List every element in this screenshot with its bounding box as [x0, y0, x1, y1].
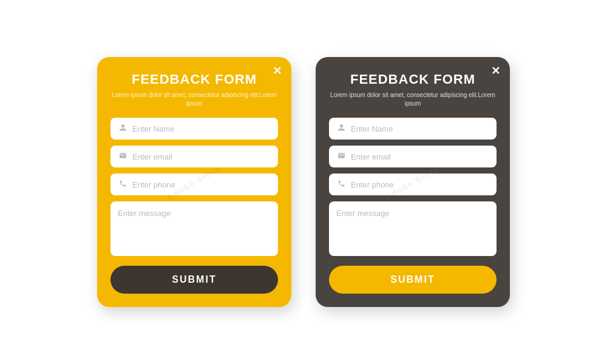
yellow-feedback-form: ✕ FEEDBACK FORM Lorem ipsum dolor sit am…: [97, 57, 291, 307]
email-icon-yellow: [118, 152, 127, 161]
email-placeholder-dark: Enter email: [351, 152, 489, 161]
form-subtitle-dark: Lorem ipsum dolor sit amet, consectetur …: [329, 91, 497, 108]
phone-placeholder-yellow: Enter phone: [132, 180, 271, 189]
dark-feedback-form: ✕ FEEDBACK FORM Lorem ipsum dolor sit am…: [316, 57, 510, 307]
close-button-dark[interactable]: ✕: [491, 66, 500, 76]
message-field-dark[interactable]: Enter message: [329, 201, 497, 256]
submit-button-yellow[interactable]: SUBMIT: [110, 266, 278, 294]
user-icon-dark: [336, 124, 346, 133]
form-title-dark: FEEDBACK FORM: [329, 72, 497, 87]
email-placeholder-yellow: Enter email: [132, 152, 271, 161]
phone-field-yellow[interactable]: Enter phone: [110, 174, 278, 195]
name-field-dark[interactable]: Enter Name: [329, 118, 497, 140]
name-field-yellow[interactable]: Enter Name: [110, 118, 278, 140]
message-placeholder-dark: Enter message: [336, 209, 389, 218]
form-title-yellow: FEEDBACK FORM: [110, 72, 278, 87]
email-icon-dark: [336, 152, 346, 161]
email-field-dark[interactable]: Enter email: [329, 146, 497, 167]
phone-icon-dark: [336, 180, 346, 189]
name-placeholder-dark: Enter Name: [351, 124, 489, 133]
form-subtitle-yellow: Lorem ipsum dolor sit amet, consectetur …: [110, 91, 278, 108]
name-placeholder-yellow: Enter Name: [132, 124, 271, 133]
message-placeholder-yellow: Enter message: [118, 209, 171, 218]
phone-icon-yellow: [118, 180, 127, 189]
email-field-yellow[interactable]: Enter email: [110, 146, 278, 167]
message-field-yellow[interactable]: Enter message: [110, 201, 278, 256]
phone-placeholder-dark: Enter phone: [351, 180, 489, 189]
close-button-yellow[interactable]: ✕: [273, 66, 282, 76]
submit-button-dark[interactable]: SUBMIT: [329, 266, 497, 294]
user-icon-yellow: [118, 124, 127, 133]
phone-field-dark[interactable]: Enter phone: [329, 174, 497, 195]
